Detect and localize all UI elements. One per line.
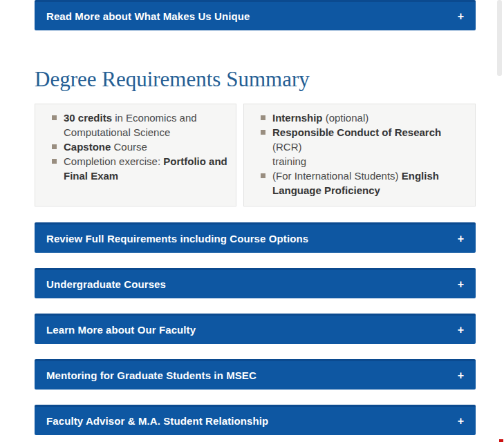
list-item-text: Internship (optional) bbox=[272, 112, 368, 124]
plus-icon[interactable]: + bbox=[458, 416, 464, 427]
list-item: Completion exercise: Portfolio andFinal … bbox=[52, 154, 230, 183]
accordion-label: Read More about What Makes Us Unique bbox=[46, 10, 250, 22]
accordion-label: Review Full Requirements including Cours… bbox=[46, 233, 308, 244]
accordion-read-more-unique[interactable]: Read More about What Makes Us Unique + bbox=[35, 0, 476, 30]
list-item: 30 credits in Economics andComputational… bbox=[52, 110, 230, 140]
page-title: Degree Requirements Summary bbox=[35, 66, 310, 93]
list-item: Capstone Course bbox=[52, 140, 230, 154]
plus-icon[interactable]: + bbox=[458, 370, 464, 381]
square-bullet-icon bbox=[261, 130, 265, 135]
summary-box-right: Internship (optional) Responsible Conduc… bbox=[243, 104, 476, 206]
plus-icon[interactable]: + bbox=[458, 233, 464, 244]
scrollbar-thumb[interactable] bbox=[497, 0, 502, 76]
square-bullet-icon bbox=[52, 159, 57, 164]
accordion-full-requirements[interactable]: Review Full Requirements including Cours… bbox=[35, 222, 476, 253]
accordion-label: Undergraduate Courses bbox=[46, 278, 166, 290]
plus-icon[interactable]: + bbox=[458, 11, 464, 22]
requirements-list-right: Internship (optional) Responsible Conduc… bbox=[261, 110, 469, 198]
list-item: (For International Students) EnglishLang… bbox=[261, 169, 469, 198]
summary-box-left: 30 credits in Economics andComputational… bbox=[35, 104, 236, 206]
accordion-mentoring-msec[interactable]: Mentoring for Graduate Students in MSEC … bbox=[35, 359, 476, 390]
accordion-advisor-relationship[interactable]: Faculty Advisor & M.A. Student Relations… bbox=[35, 405, 476, 435]
degree-requirements-summary: 30 credits in Economics andComputational… bbox=[35, 104, 476, 206]
list-item-text: Responsible Conduct of Research (RCR)tra… bbox=[272, 126, 441, 167]
page-viewport: Read More about What Makes Us Unique + D… bbox=[0, 0, 504, 442]
requirements-list-left: 30 credits in Economics andComputational… bbox=[52, 110, 230, 183]
square-bullet-icon bbox=[52, 115, 57, 120]
list-item: Internship (optional) bbox=[261, 110, 469, 125]
square-bullet-icon bbox=[261, 173, 265, 178]
accordion-label: Learn More about Our Faculty bbox=[46, 324, 196, 336]
accordion-undergraduate-courses[interactable]: Undergraduate Courses + bbox=[35, 268, 476, 298]
accordion-label: Mentoring for Graduate Students in MSEC bbox=[46, 369, 256, 381]
list-item-text: Capstone Course bbox=[64, 141, 147, 153]
square-bullet-icon bbox=[261, 115, 265, 120]
list-item-text: Completion exercise: Portfolio andFinal … bbox=[64, 155, 227, 182]
list-item: Responsible Conduct of Research (RCR)tra… bbox=[261, 125, 469, 169]
accordion-our-faculty[interactable]: Learn More about Our Faculty + bbox=[35, 314, 476, 344]
square-bullet-icon bbox=[52, 144, 57, 149]
list-item-text: (For International Students) EnglishLang… bbox=[272, 170, 439, 196]
accordion-label: Faculty Advisor & M.A. Student Relations… bbox=[46, 415, 268, 427]
list-item-text: 30 credits in Economics andComputational… bbox=[64, 112, 197, 138]
plus-icon[interactable]: + bbox=[458, 279, 464, 290]
corner-red-mark bbox=[499, 439, 503, 442]
plus-icon[interactable]: + bbox=[458, 325, 464, 336]
